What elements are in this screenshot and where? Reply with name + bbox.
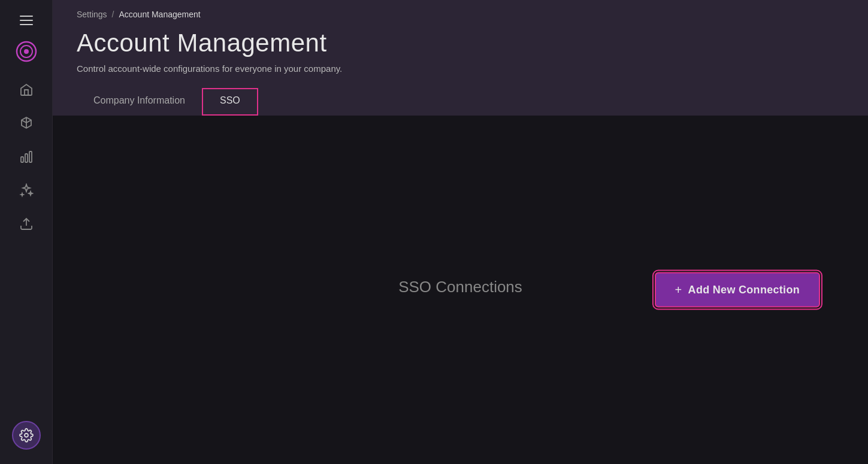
header-area: Settings / Account Management Account Ma… [53,0,868,116]
sidebar-item-ai[interactable] [10,175,43,206]
sidebar-nav [10,74,43,421]
main-content: Settings / Account Management Account Ma… [53,0,868,464]
settings-button[interactable] [12,421,41,450]
svg-point-2 [24,49,29,54]
svg-rect-4 [25,154,28,162]
plus-icon: + [675,283,682,297]
page-subtitle: Control account-wide configurations for … [77,63,844,74]
sidebar-item-home[interactable] [10,74,43,105]
add-new-connection-button[interactable]: + Add New Connection [655,272,820,308]
sidebar-item-analytics[interactable] [10,141,43,172]
svg-rect-5 [29,151,32,162]
sso-content-area: SSO Connections + Add New Connection [53,116,868,464]
sidebar [0,0,53,464]
breadcrumb-settings[interactable]: Settings [77,10,107,19]
breadcrumb-current: Account Management [119,10,200,19]
sidebar-item-upload[interactable] [10,208,43,239]
page-title: Account Management [77,29,844,57]
svg-rect-3 [21,157,23,162]
app-logo [13,38,40,65]
menu-button[interactable] [13,7,40,34]
tabs-bar: Company Information SSO [77,88,844,116]
breadcrumb: Settings / Account Management [77,0,844,24]
sidebar-item-3d[interactable] [10,108,43,139]
tab-company-information[interactable]: Company Information [77,88,202,116]
add-connection-label: Add New Connection [688,284,800,296]
sso-connections-label: SSO Connections [398,278,522,296]
svg-point-7 [25,433,28,437]
breadcrumb-separator: / [112,10,114,19]
tab-sso[interactable]: SSO [202,88,258,116]
